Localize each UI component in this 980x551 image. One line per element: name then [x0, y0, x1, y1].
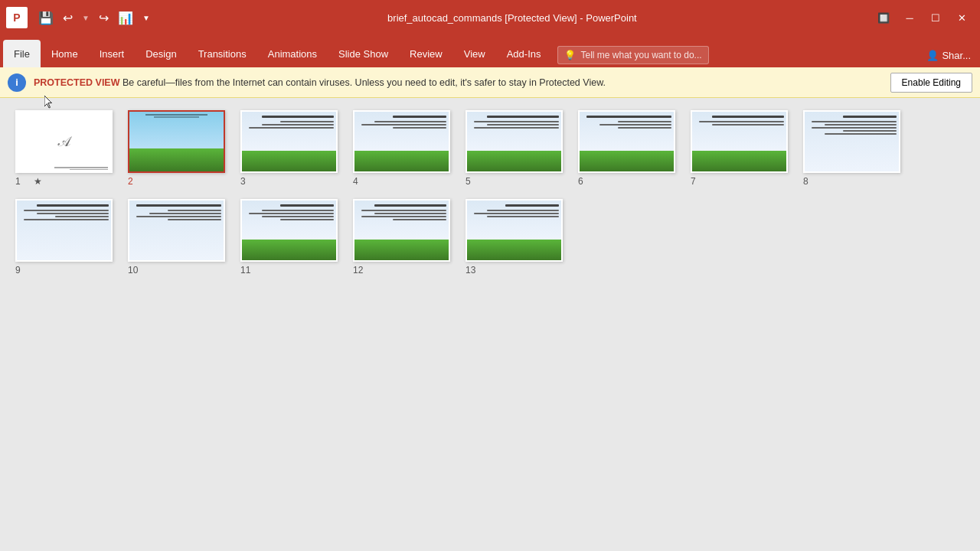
- slide-number: 1: [15, 176, 31, 187]
- slide-number-row: 13: [466, 265, 563, 276]
- tab-insert[interactable]: Insert: [89, 40, 136, 67]
- slide-item[interactable]: 9: [15, 199, 113, 276]
- slide-thumbnail[interactable]: [353, 199, 450, 262]
- slide-number-row: 10: [128, 265, 225, 276]
- slide-number-row: 3: [240, 176, 338, 187]
- slide-thumbnail[interactable]: [803, 110, 900, 173]
- slide-thumbnail[interactable]: [578, 110, 675, 173]
- share-icon: 👤: [926, 50, 939, 61]
- ribbon-search-area: 💡 Tell me what you want to do...: [551, 43, 917, 67]
- share-button[interactable]: 👤 Shar...: [917, 44, 980, 67]
- search-box[interactable]: 💡 Tell me what you want to do...: [557, 46, 708, 64]
- tab-home[interactable]: Home: [41, 40, 89, 67]
- slide-item[interactable]: 8: [803, 110, 900, 187]
- slide-thumbnail[interactable]: [466, 199, 563, 262]
- slide-sorter-view: 𝒜 1 ★: [0, 98, 980, 551]
- slide-number: 4: [353, 176, 368, 187]
- slide-item[interactable]: 5: [466, 110, 563, 187]
- slide-item[interactable]: 12: [353, 199, 450, 276]
- slide-thumbnail[interactable]: [128, 199, 225, 262]
- slide-number: 3: [240, 176, 256, 187]
- search-icon: 💡: [564, 50, 576, 60]
- slide-item[interactable]: 3: [240, 110, 338, 187]
- tab-view[interactable]: View: [453, 40, 496, 67]
- slide-number-row: 11: [240, 265, 338, 276]
- slide-item[interactable]: 6: [578, 110, 675, 187]
- slide-number: 9: [15, 265, 31, 276]
- slide-number: 5: [466, 176, 481, 187]
- slide-number-row: 9: [15, 265, 113, 276]
- maximize-button[interactable]: ☐: [923, 7, 948, 28]
- customize-button[interactable]: ▼: [139, 12, 153, 24]
- slide-number-row: 5: [466, 176, 563, 187]
- slide-number: 10: [128, 265, 143, 276]
- slide-item[interactable]: 7: [691, 110, 788, 187]
- minimize-button[interactable]: ─: [897, 7, 922, 28]
- slide-number-row: 7: [691, 176, 788, 187]
- undo-button[interactable]: ↩: [60, 9, 76, 27]
- ribbon-collapse-button[interactable]: 🔲: [871, 7, 896, 28]
- protected-message: PROTECTED VIEW Be careful—files from the…: [34, 77, 883, 88]
- protected-view-bar: i PROTECTED VIEW Be careful—files from t…: [0, 67, 980, 98]
- slide-thumbnail[interactable]: [466, 110, 563, 173]
- slide-number: 13: [466, 265, 481, 276]
- slide-thumbnail[interactable]: [128, 110, 225, 173]
- slide-thumbnail[interactable]: 𝒜: [15, 110, 113, 173]
- present-button[interactable]: 📊: [115, 9, 136, 27]
- slide-item[interactable]: 13: [466, 199, 563, 276]
- slide-number-row: 2: [128, 176, 225, 187]
- tab-review[interactable]: Review: [399, 40, 453, 67]
- slide-number: 2: [128, 176, 143, 187]
- window-title: brief_autocad_commands [Protected View] …: [153, 12, 871, 24]
- powerpoint-icon: P: [6, 7, 28, 28]
- title-bar: P 💾 ↩ ▼ ↪ 📊 ▼ brief_autocad_commands [Pr…: [0, 0, 980, 35]
- slide-item[interactable]: 11: [240, 199, 338, 276]
- info-icon: i: [8, 73, 26, 92]
- tab-animations[interactable]: Animations: [257, 40, 328, 67]
- slide-number-row: 6: [578, 176, 675, 187]
- slide-number: 12: [353, 265, 368, 276]
- slide-item[interactable]: 4: [353, 110, 450, 187]
- redo-button[interactable]: ↪: [96, 9, 112, 27]
- undo-arrow: ▼: [79, 12, 93, 24]
- enable-editing-button[interactable]: Enable Editing: [890, 73, 972, 93]
- tab-transitions[interactable]: Transitions: [188, 40, 257, 67]
- save-button[interactable]: 💾: [35, 9, 57, 27]
- protected-title: PROTECTED VIEW: [34, 77, 120, 88]
- slide-thumbnail[interactable]: [353, 110, 450, 173]
- tab-slideshow[interactable]: Slide Show: [328, 40, 399, 67]
- slide-number: 7: [691, 176, 706, 187]
- slide-number-row: 12: [353, 265, 450, 276]
- slides-grid: 𝒜 1 ★: [15, 110, 965, 276]
- slide-number: 6: [578, 176, 593, 187]
- star-icon: ★: [34, 176, 42, 187]
- slide-thumbnail[interactable]: [691, 110, 788, 173]
- slide-thumbnail[interactable]: [240, 199, 338, 262]
- tab-design[interactable]: Design: [135, 40, 187, 67]
- slide-number-row: 1 ★: [15, 176, 113, 187]
- slide-item[interactable]: 𝒜 1 ★: [15, 110, 113, 187]
- slide-thumbnail[interactable]: [240, 110, 338, 173]
- slide-item[interactable]: 2: [128, 110, 225, 187]
- title-bar-left: P 💾 ↩ ▼ ↪ 📊 ▼: [6, 7, 153, 28]
- close-button[interactable]: ✕: [949, 7, 974, 28]
- slide-number-row: 4: [353, 176, 450, 187]
- quick-access-toolbar: 💾 ↩ ▼ ↪ 📊 ▼: [35, 9, 153, 27]
- slide-number: 8: [803, 176, 818, 187]
- protected-body: Be careful—files from the Internet can c…: [122, 77, 606, 88]
- window-controls: 🔲 ─ ☐ ✕: [871, 7, 974, 28]
- tab-addins[interactable]: Add-Ins: [496, 40, 552, 67]
- tab-file[interactable]: File: [3, 40, 41, 67]
- ribbon-tabs: File Home Insert Design Transitions Anim…: [0, 35, 980, 67]
- slide-item[interactable]: 10: [128, 199, 225, 276]
- slide-number: 11: [240, 265, 256, 276]
- slide-thumbnail[interactable]: [15, 199, 113, 262]
- slide-number-row: 8: [803, 176, 900, 187]
